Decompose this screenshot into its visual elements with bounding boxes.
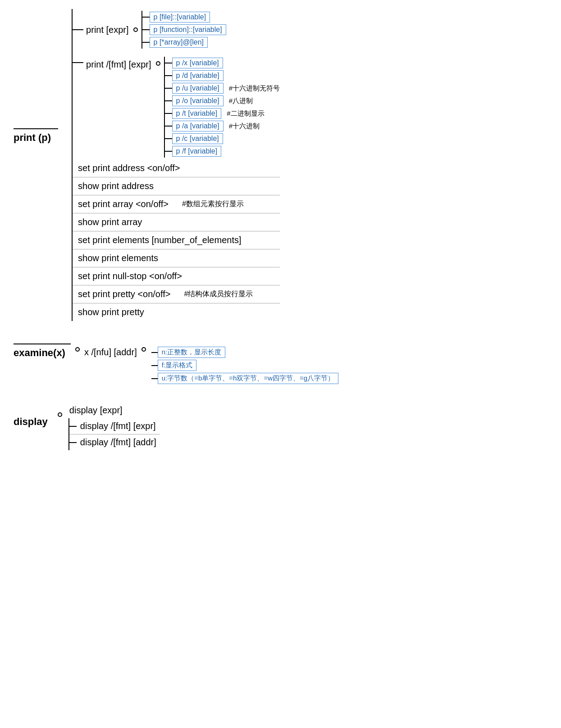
cmd-text-3: show print array [78, 217, 280, 227]
sub-hline-1 [142, 29, 150, 30]
fmt-comment-4: #二进制显示 [227, 109, 264, 118]
fmt-box-6: p /c [variable] [172, 133, 223, 144]
examine-section: examine(x) x /[nfu] [addr] n:正整数，显示长度 f:… [14, 344, 547, 384]
branch-hline-1 [73, 29, 83, 30]
fmt-hline-5 [165, 126, 172, 127]
circle-fmt [156, 61, 160, 66]
cmd-show-print-address: show print address [73, 177, 280, 195]
fmt-hline-0 [165, 63, 172, 63]
cmd-text-5: show print elements [78, 253, 280, 263]
display-right: display /[fmt] [expr] display /[fmt] [ad… [68, 418, 160, 450]
cmd-text-0: set print address <on/off> [78, 163, 180, 173]
expr-sub-1: p [function]::[variable] [150, 24, 226, 35]
display-label: display [14, 416, 53, 428]
cmd-show-print-elements: show print elements [73, 249, 280, 267]
print-fmt-text: print /[fmt] [expr] [83, 59, 154, 71]
print-section: print (p) print [expr] p [file]::[variab… [14, 9, 547, 321]
cmd-text-6: set print null-stop <on/off> [78, 271, 280, 281]
examine-sub-text-2: u:字节数（=b单字节、=h双字节、=w四字节、=g八字节） [158, 373, 338, 384]
fmt-sub-4: p /t [variable] #二进制显示 [165, 107, 280, 120]
cmd-set-print-address: set print address <on/off> [73, 159, 280, 177]
display-section: display display [expr] display /[fmt] [e… [14, 402, 547, 450]
print-fmt-branch: print /[fmt] [expr] p /x [variable] p /d… [73, 50, 280, 159]
fmt-sub-5: p /a [variable] #十六进制 [165, 120, 280, 132]
examine-sub-1: f:显示格式 [151, 359, 338, 371]
fmt-hline-1 [165, 75, 172, 76]
cmd-set-print-array: set print array <on/off> #数组元素按行显示 [73, 195, 280, 213]
cmd-comment-7: #结构体成员按行显示 [184, 289, 253, 299]
fmt-sub-7: p /f [variable] [165, 145, 280, 158]
commands-outer: set print address <on/off> show print ad… [72, 159, 280, 321]
fmt-comment-2: #十六进制无符号 [229, 84, 280, 93]
cmd-text-1: show print address [78, 181, 280, 191]
expr-sub-2: p [*array]@[len] [150, 37, 208, 48]
examine-sub-0: n:正整数，显示长度 [151, 346, 338, 358]
cmd-text-8: show print pretty [78, 307, 280, 317]
fmt-box-1: p /d [variable] [172, 70, 223, 81]
circle-expr [133, 27, 138, 32]
sub-item-0: p [file]::[variable] [142, 11, 226, 23]
print-expr-branch: print [expr] p [file]::[variable] p [fun… [73, 9, 280, 50]
top-two-branches: print [expr] p [file]::[variable] p [fun… [72, 9, 280, 159]
display-text-1: display /[fmt] [expr] [77, 421, 160, 431]
sub-hline-2 [142, 42, 150, 43]
fmt-hline-3 [165, 100, 172, 101]
cmd-text-2: set print array <on/off> [78, 199, 169, 209]
right-cmds: set print address <on/off> show print ad… [73, 159, 280, 321]
display-text-0: display [expr] [69, 405, 123, 415]
examine-middle: x /[nfu] [addr] n:正整数，显示长度 f:显示格式 u:字节数（… [73, 346, 338, 384]
circle-examine [75, 347, 80, 352]
branch-hline-2 [73, 62, 83, 63]
display-text-2: display /[fmt] [addr] [77, 437, 160, 448]
fmt-sub-0: p /x [variable] [165, 57, 280, 69]
display-hline-2 [69, 442, 77, 443]
cmd-set-print-pretty: set print pretty <on/off> #结构体成员按行显示 [73, 285, 280, 303]
fmt-sub-1: p /d [variable] [165, 69, 280, 82]
cmd-text-7: set print pretty <on/off> [78, 289, 170, 299]
examine-label: examine(x) [14, 344, 71, 359]
fmt-box-4: p /t [variable] [172, 108, 222, 119]
display-block-outer: display [expr] display /[fmt] [expr] dis… [66, 402, 160, 450]
diagram: print (p) print [expr] p [file]::[variab… [14, 9, 547, 450]
sub-branch-expr: p [file]::[variable] p [function]::[vari… [141, 11, 226, 49]
fmt-comment-5: #十六进制 [229, 122, 260, 131]
fmt-box-5: p /a [variable] [172, 121, 223, 131]
fmt-box-3: p /o [variable] [172, 95, 223, 106]
circle-display [58, 412, 62, 417]
fmt-hline-2 [165, 88, 172, 89]
print-right-area: print [expr] p [file]::[variable] p [fun… [58, 9, 280, 321]
fmt-comment-3: #八进制 [229, 97, 253, 105]
examine-sub-2: u:字节数（=b单字节、=h双字节、=w四字节、=g八字节） [151, 372, 338, 384]
examine-hline-1 [151, 365, 158, 366]
cmd-set-print-elements: set print elements [number_of_elements] [73, 231, 280, 249]
fmt-sub-2: p /u [variable] #十六进制无符号 [165, 82, 280, 95]
fmt-box-0: p /x [variable] [172, 58, 223, 68]
examine-right: n:正整数，显示长度 f:显示格式 u:字节数（=b单字节、=h双字节、=w四字… [151, 346, 338, 384]
circle-examine-2 [141, 347, 146, 352]
print-expr-text: print [expr] [83, 24, 131, 36]
fmt-hline-4 [165, 113, 172, 114]
expr-sub-0: p [file]::[variable] [150, 12, 210, 23]
display-hline-1 [69, 426, 77, 427]
sub-item-1: p [function]::[variable] [142, 23, 226, 36]
examine-sub-text-1: f:显示格式 [158, 360, 196, 371]
cmd-show-print-array: show print array [73, 213, 280, 231]
display-item-0: display [expr] [66, 402, 160, 418]
examine-hline-2 [151, 378, 158, 379]
fmt-hline-7 [165, 151, 172, 152]
cmd-text-4: set print elements [number_of_elements] [78, 235, 280, 245]
fmt-box-7: p /f [variable] [172, 146, 222, 157]
display-circle-area [56, 406, 64, 417]
fmt-box-2: p /u [variable] [172, 83, 223, 94]
cmd-comment-2: #数组元素按行显示 [182, 199, 244, 209]
fmt-sub-3: p /o [variable] #八进制 [165, 95, 280, 107]
fmt-hline-6 [165, 138, 172, 139]
display-row-2: display /[fmt] [addr] [69, 434, 160, 450]
examine-sub-text-0: n:正整数，显示长度 [158, 347, 226, 358]
examine-hline-0 [151, 352, 158, 353]
examine-main-text: x /[nfu] [addr] [82, 346, 140, 358]
print-label: print (p) [14, 128, 58, 144]
fmt-sub-6: p /c [variable] [165, 132, 280, 145]
sub-branch-fmt: p /x [variable] p /d [variable] p /u [va… [164, 57, 280, 158]
sub-item-2: p [*array]@[len] [142, 36, 226, 49]
